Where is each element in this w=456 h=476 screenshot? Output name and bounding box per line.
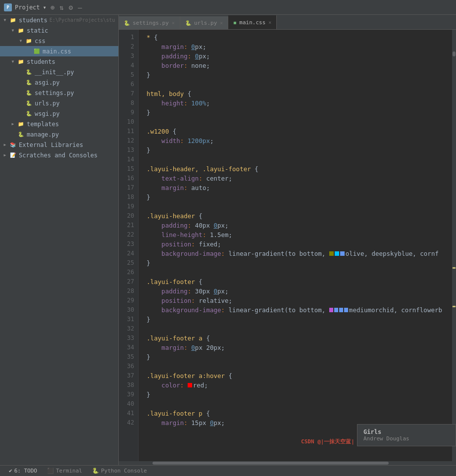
- code-line-37: .layui-footer a:hover {: [147, 371, 452, 381]
- terminal-icon: ⬛: [47, 468, 54, 474]
- swatch-cornflow1: [334, 308, 338, 312]
- sidebar-item-root-label: students: [19, 17, 48, 24]
- sidebar-item-manage-label: manage.py: [27, 131, 59, 138]
- line-numbers: 12345 678910 1112131415 1617181920 21222…: [119, 30, 139, 461]
- code-line-12: width: 1200px;: [147, 136, 452, 145]
- sidebar-item-urls[interactable]: 🐍 urls.py: [0, 98, 118, 108]
- py-icon-manage: 🐍: [17, 131, 25, 139]
- code-line-1: * {: [147, 33, 452, 42]
- scrollbar-right[interactable]: [452, 30, 456, 461]
- code-line-29: position: relative;: [147, 296, 452, 305]
- title-dropdown-arrow[interactable]: ▾: [43, 4, 47, 11]
- arrow-scratches: [2, 152, 8, 158]
- status-todo[interactable]: ✔ 6: TODO: [4, 466, 42, 476]
- settings-icon[interactable]: ⚙: [68, 2, 74, 12]
- code-line-34: margin: 0px 20px;: [147, 343, 452, 352]
- code-line-21: padding: 40px 0px;: [147, 221, 452, 230]
- tab-urls-close[interactable]: ×: [220, 20, 223, 26]
- h-scroll-thumb[interactable]: [152, 462, 389, 465]
- status-terminal[interactable]: ⬛ Terminal: [42, 466, 87, 476]
- code-line-3: padding: 0px;: [147, 51, 452, 61]
- code-line-20: .layui-header {: [147, 211, 452, 221]
- scroll-thumb[interactable]: [453, 51, 456, 56]
- swatch-medorchid: [329, 308, 333, 312]
- todo-label: 6: TODO: [14, 468, 37, 474]
- code-line-18: }: [147, 192, 452, 202]
- python-icon: 🐍: [92, 468, 99, 474]
- sidebar-item-static[interactable]: 📁 static: [0, 25, 118, 36]
- tab-maincss-close[interactable]: ×: [268, 20, 271, 25]
- sidebar-item-scratches[interactable]: 📝 Scratches and Consoles: [0, 150, 118, 160]
- py-icon-settings: 🐍: [25, 89, 33, 97]
- tab-urls-label: urls.py: [194, 20, 217, 26]
- terminal-label: Terminal: [56, 468, 82, 474]
- code-line-25: }: [147, 258, 452, 268]
- swatch-cornflower: [340, 251, 345, 256]
- code-line-32: [147, 324, 452, 333]
- sidebar-item-templates[interactable]: 📁 templates: [0, 119, 118, 129]
- swatch-cornflow3: [344, 308, 348, 312]
- arrow-ext-libs: [2, 142, 8, 148]
- project-label[interactable]: Project: [15, 4, 40, 11]
- csdn-watermark: CSDN @|一抹天空蓝|: [301, 438, 355, 445]
- py-icon-urls: 🐍: [25, 99, 33, 107]
- editor-area: 🐍 settings.py × 🐍 urls.py × ◼ main.css ×…: [119, 15, 456, 465]
- project-path: E:\PycharmProjects\stu: [50, 17, 115, 23]
- sidebar-item-asgi[interactable]: 🐍 asgi.py: [0, 77, 118, 88]
- sidebar: 📁 students E:\PycharmProjects\stu 📁 stat…: [0, 15, 119, 465]
- code-line-14: [147, 155, 452, 164]
- swatch-red: [188, 383, 192, 387]
- code-line-22: line-height: 1.5em;: [147, 230, 452, 239]
- code-line-33: .layui-footer a {: [147, 333, 452, 343]
- tab-urls-icon: 🐍: [185, 20, 191, 26]
- sidebar-item-ext-libs-label: External Libraries: [19, 142, 83, 148]
- sidebar-item-settings-label: settings.py: [35, 90, 74, 96]
- sidebar-item-settings[interactable]: 🐍 settings.py: [0, 88, 118, 98]
- horizontal-scrollbar[interactable]: [119, 461, 456, 465]
- scratch-icon: 📝: [9, 151, 17, 159]
- code-line-31: }: [147, 315, 452, 324]
- expand-icon[interactable]: ⇅: [58, 2, 64, 12]
- sidebar-item-urls-label: urls.py: [35, 100, 60, 107]
- add-icon[interactable]: ⊕: [50, 2, 55, 12]
- status-python-console[interactable]: 🐍 Python Console: [87, 466, 152, 476]
- code-line-13: }: [147, 145, 452, 155]
- py-icon-init: 🐍: [25, 68, 33, 76]
- py-icon-wsgi: 🐍: [25, 110, 33, 118]
- py-icon-asgi: 🐍: [25, 79, 33, 87]
- tab-settings-close[interactable]: ×: [172, 20, 175, 26]
- code-line-8: height: 100%;: [147, 98, 452, 108]
- sidebar-item-maincss[interactable]: 🟩 main.css: [0, 46, 118, 56]
- code-line-24: background-image: linear-gradient(to bot…: [147, 249, 452, 258]
- sidebar-item-manage[interactable]: 🐍 manage.py: [0, 129, 118, 140]
- sidebar-item-wsgi[interactable]: 🐍 wsgi.py: [0, 108, 118, 119]
- sidebar-item-init[interactable]: 🐍 __init__.py: [0, 67, 118, 77]
- status-bar: ✔ 6: TODO ⬛ Terminal 🐍 Python Console: [0, 465, 456, 476]
- sidebar-item-static-label: static: [27, 27, 48, 34]
- sidebar-item-root[interactable]: 📁 students E:\PycharmProjects\stu: [0, 15, 118, 25]
- code-line-10: [147, 117, 452, 127]
- editor-content[interactable]: 12345 678910 1112131415 1617181920 21222…: [119, 30, 456, 461]
- code-line-27: .layui-footer {: [147, 277, 452, 286]
- sidebar-item-init-label: __init__.py: [35, 69, 74, 76]
- tab-urls-py[interactable]: 🐍 urls.py ×: [180, 16, 228, 29]
- sidebar-item-scratches-label: Scratches and Consoles: [19, 152, 98, 159]
- title-bar-left: P Project ▾ ⊕ ⇅ ⚙ —: [4, 2, 452, 12]
- swatch-olive: [329, 251, 334, 256]
- sidebar-item-asgi-label: asgi.py: [35, 79, 60, 86]
- code-area[interactable]: * { margin: 0px; padding: 0px; border: n…: [139, 30, 452, 461]
- sidebar-item-templates-label: templates: [27, 121, 59, 128]
- music-artist: Andrew Douglas: [363, 435, 450, 442]
- sidebar-item-ext-libs[interactable]: 📚 External Libraries: [0, 140, 118, 150]
- sidebar-item-css[interactable]: 📁 css: [0, 36, 118, 46]
- tab-main-css[interactable]: ◼ main.css ×: [228, 15, 277, 29]
- tab-settings-label: settings.py: [133, 20, 169, 26]
- tab-bar: 🐍 settings.py × 🐍 urls.py × ◼ main.css ×: [119, 15, 456, 30]
- code-line-39: }: [147, 390, 452, 399]
- project-icon: P: [4, 3, 12, 11]
- tab-settings-py[interactable]: 🐍 settings.py ×: [119, 16, 180, 29]
- minimize-icon[interactable]: —: [77, 2, 83, 12]
- sidebar-item-students-sub[interactable]: 📁 students: [0, 56, 118, 67]
- music-title: Girls: [363, 428, 450, 435]
- code-line-26: [147, 268, 452, 277]
